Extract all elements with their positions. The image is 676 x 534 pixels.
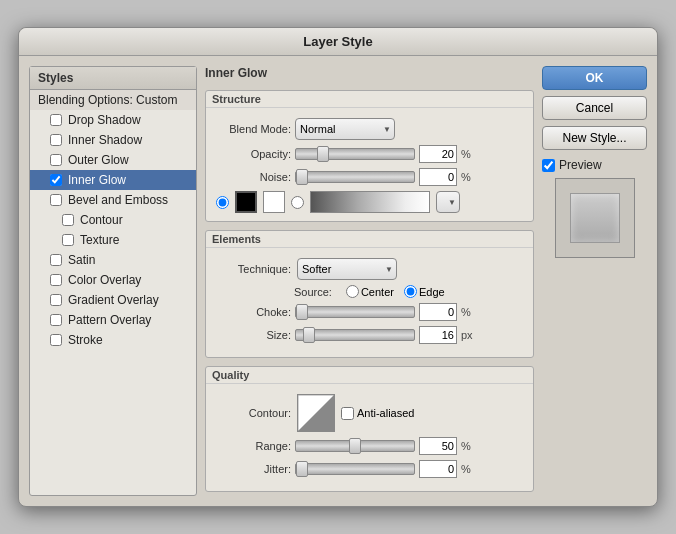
preview-label: Preview [542, 158, 647, 172]
jitter-row: Jitter: % [216, 460, 523, 478]
sidebar-item-gradient-overlay[interactable]: Gradient Overlay [30, 290, 196, 310]
contour-row: Contour: Anti-aliased [216, 394, 523, 432]
technique-select-wrap: Softer Precise [297, 258, 397, 280]
jitter-slider[interactable] [295, 463, 415, 475]
sidebar-item-bevel-emboss[interactable]: Bevel and Emboss [30, 190, 196, 210]
texture-label: Texture [80, 233, 119, 247]
radio-center-label: Center [361, 286, 394, 298]
sidebar-item-inner-shadow[interactable]: Inner Shadow [30, 130, 196, 150]
texture-checkbox[interactable] [62, 234, 74, 246]
contour-thumbnail[interactable] [297, 394, 335, 432]
sidebar-item-pattern-overlay[interactable]: Pattern Overlay [30, 310, 196, 330]
range-unit: % [461, 440, 475, 452]
quality-section: Quality Contour: Anti-aliased [205, 366, 534, 492]
technique-row: Technique: Softer Precise [216, 258, 523, 280]
technique-select[interactable]: Softer Precise [297, 258, 397, 280]
noise-slider[interactable] [295, 171, 415, 183]
range-input[interactable] [419, 437, 457, 455]
right-panel: OK Cancel New Style... Preview [542, 66, 647, 496]
sidebar-item-inner-glow[interactable]: Inner Glow [30, 170, 196, 190]
color-row: ▼ [216, 191, 523, 213]
sidebar-item-satin[interactable]: Satin [30, 250, 196, 270]
sidebar-item-color-overlay[interactable]: Color Overlay [30, 270, 196, 290]
inner-glow-checkbox[interactable] [50, 174, 62, 186]
radio-gradient-input[interactable] [291, 196, 304, 209]
technique-label: Technique: [216, 263, 291, 275]
choke-row: Choke: % [216, 303, 523, 321]
sidebar-item-outer-glow[interactable]: Outer Glow [30, 150, 196, 170]
section-header-inner-glow: Inner Glow [205, 66, 534, 82]
ok-button[interactable]: OK [542, 66, 647, 90]
cancel-button[interactable]: Cancel [542, 96, 647, 120]
inner-glow-label: Inner Glow [68, 173, 126, 187]
color-swatch-black[interactable] [235, 191, 257, 213]
pattern-overlay-label: Pattern Overlay [68, 313, 151, 327]
blend-mode-label: Blend Mode: [216, 123, 291, 135]
blending-options-item[interactable]: Blending Options: Custom [30, 90, 196, 110]
radio-edge-input[interactable] [404, 285, 417, 298]
radio-center-input[interactable] [346, 285, 359, 298]
range-row: Range: % [216, 437, 523, 455]
preview-checkbox[interactable] [542, 159, 555, 172]
blend-mode-row: Blend Mode: Normal Multiply Screen Overl… [216, 118, 523, 140]
contour-label: Contour [80, 213, 123, 227]
stroke-checkbox[interactable] [50, 334, 62, 346]
source-row: Source: Center Edge [216, 285, 523, 298]
outer-glow-checkbox[interactable] [50, 154, 62, 166]
anti-aliased-label[interactable]: Anti-aliased [341, 407, 414, 420]
drop-shadow-label: Drop Shadow [68, 113, 141, 127]
dialog-title: Layer Style [19, 28, 657, 56]
color-overlay-checkbox[interactable] [50, 274, 62, 286]
radio-center[interactable]: Center [346, 285, 394, 298]
noise-row: Noise: % [216, 168, 523, 186]
color-overlay-label: Color Overlay [68, 273, 141, 287]
size-label: Size: [216, 329, 291, 341]
anti-aliased-text: Anti-aliased [357, 407, 414, 419]
size-slider[interactable] [295, 329, 415, 341]
choke-unit: % [461, 306, 475, 318]
drop-shadow-checkbox[interactable] [50, 114, 62, 126]
pattern-overlay-checkbox[interactable] [50, 314, 62, 326]
gradient-overlay-checkbox[interactable] [50, 294, 62, 306]
elements-section: Elements Technique: Softer Precise Sourc… [205, 230, 534, 358]
elements-title: Elements [206, 231, 533, 248]
preview-inner [570, 193, 620, 243]
opacity-slider[interactable] [295, 148, 415, 160]
range-slider[interactable] [295, 440, 415, 452]
radio-color[interactable] [216, 196, 229, 209]
color-swatch-white[interactable] [263, 191, 285, 213]
opacity-input[interactable] [419, 145, 457, 163]
preview-text: Preview [559, 158, 602, 172]
inner-shadow-label: Inner Shadow [68, 133, 142, 147]
anti-aliased-checkbox[interactable] [341, 407, 354, 420]
bevel-emboss-checkbox[interactable] [50, 194, 62, 206]
satin-checkbox[interactable] [50, 254, 62, 266]
size-row: Size: px [216, 326, 523, 344]
size-unit: px [461, 329, 475, 341]
sidebar-item-contour[interactable]: Contour [30, 210, 196, 230]
choke-input[interactable] [419, 303, 457, 321]
gradient-type-select[interactable]: ▼ [436, 191, 460, 213]
stroke-label: Stroke [68, 333, 103, 347]
noise-label: Noise: [216, 171, 291, 183]
contour-checkbox[interactable] [62, 214, 74, 226]
radio-gradient[interactable] [291, 196, 304, 209]
gradient-bar[interactable] [310, 191, 430, 213]
jitter-input[interactable] [419, 460, 457, 478]
preview-box [555, 178, 635, 258]
opacity-row: Opacity: % [216, 145, 523, 163]
radio-color-input[interactable] [216, 196, 229, 209]
radio-edge[interactable]: Edge [404, 285, 445, 298]
sidebar-item-drop-shadow[interactable]: Drop Shadow [30, 110, 196, 130]
noise-input[interactable] [419, 168, 457, 186]
new-style-button[interactable]: New Style... [542, 126, 647, 150]
blend-mode-select[interactable]: Normal Multiply Screen Overlay [295, 118, 395, 140]
choke-slider[interactable] [295, 306, 415, 318]
size-input[interactable] [419, 326, 457, 344]
sidebar-item-texture[interactable]: Texture [30, 230, 196, 250]
opacity-unit: % [461, 148, 475, 160]
inner-shadow-checkbox[interactable] [50, 134, 62, 146]
sidebar-item-stroke[interactable]: Stroke [30, 330, 196, 350]
choke-label: Choke: [216, 306, 291, 318]
opacity-label: Opacity: [216, 148, 291, 160]
